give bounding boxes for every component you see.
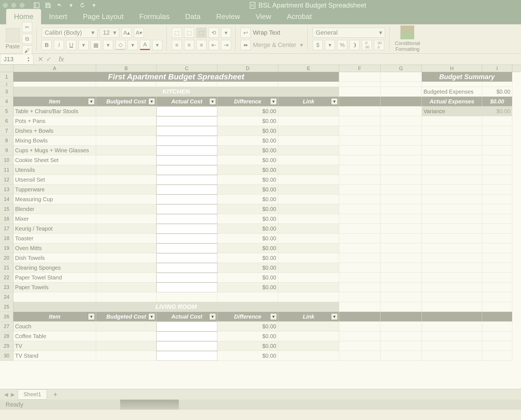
cell[interactable] [422, 165, 482, 175]
budgeted-cost-cell[interactable] [96, 185, 156, 194]
comma-button[interactable]: ❩ [349, 40, 360, 50]
cell[interactable] [482, 312, 512, 322]
row-header-6[interactable]: 6 [0, 116, 13, 126]
cell[interactable] [339, 194, 380, 204]
tab-formulas[interactable]: Formulas [131, 9, 177, 24]
cell[interactable] [422, 136, 482, 146]
tab-acrobat[interactable]: Acrobat [279, 9, 320, 24]
currency-button[interactable]: $ [313, 40, 323, 50]
budgeted-cost-cell[interactable] [96, 214, 156, 224]
minimize-window[interactable] [11, 3, 16, 8]
column-header-C[interactable]: C [156, 65, 217, 72]
cell[interactable] [482, 204, 512, 214]
font-color-dropdown[interactable]: ▾ [152, 40, 162, 50]
row-header-9[interactable]: 9 [0, 146, 13, 155]
row-header-1[interactable]: 1 [0, 72, 13, 82]
link-cell[interactable] [278, 175, 339, 185]
item-cell[interactable]: Mixer [13, 214, 96, 224]
cell[interactable] [96, 292, 156, 302]
tab-review[interactable]: Review [208, 9, 248, 24]
tab-data[interactable]: Data [177, 9, 208, 24]
row-header-11[interactable]: 11 [0, 165, 13, 175]
link-cell[interactable] [278, 224, 339, 234]
row-header-18[interactable]: 18 [0, 234, 13, 243]
cell[interactable] [380, 273, 422, 283]
cell[interactable] [339, 243, 380, 253]
actual-cost-cell[interactable] [156, 263, 217, 273]
difference-cell[interactable]: $0.00 [217, 322, 278, 331]
increase-font-icon[interactable]: A▴ [122, 28, 132, 38]
filter-button[interactable]: ▼ [148, 98, 155, 105]
actual-cost-cell[interactable] [156, 331, 217, 341]
difference-cell[interactable]: $0.00 [217, 224, 278, 234]
item-cell[interactable]: Utensils [13, 165, 96, 175]
item-cell[interactable]: Blender [13, 204, 96, 214]
column-header-F[interactable]: F [339, 65, 380, 72]
row-header-23[interactable]: 23 [0, 283, 13, 292]
column-header-A[interactable]: A [13, 65, 96, 72]
percent-button[interactable]: % [337, 40, 347, 50]
actual-cost-cell[interactable] [156, 185, 217, 194]
row-header-20[interactable]: 20 [0, 253, 13, 263]
filter-button[interactable]: ▼ [209, 98, 216, 105]
item-cell[interactable]: Pots + Pans [13, 116, 96, 126]
cell[interactable] [422, 155, 482, 165]
budgeted-cost-cell[interactable] [96, 224, 156, 234]
tab-insert[interactable]: Insert [41, 9, 75, 24]
underline-button[interactable]: U [66, 40, 76, 50]
actual-cost-cell[interactable] [156, 234, 217, 243]
cell[interactable] [482, 243, 512, 253]
difference-cell[interactable]: $0.00 [217, 146, 278, 155]
actual-cost-cell[interactable] [156, 204, 217, 214]
budgeted-cost-cell[interactable] [96, 331, 156, 341]
budgeted-cost-cell[interactable] [96, 116, 156, 126]
merge-center-button[interactable]: Merge & Center [253, 41, 296, 49]
number-format-dropdown[interactable]: General▾ [313, 28, 385, 38]
filter-button[interactable]: ▼ [88, 98, 95, 105]
cell-r2-7[interactable] [422, 82, 482, 87]
cell[interactable] [339, 106, 380, 116]
sheet-nav-next-icon[interactable]: ▶ [11, 391, 15, 398]
cell-r2-2[interactable] [156, 82, 217, 87]
cell[interactable] [339, 341, 380, 351]
link-cell[interactable] [278, 263, 339, 273]
column-header-E[interactable]: E [278, 65, 339, 72]
item-cell[interactable]: Oven Mitts [13, 243, 96, 253]
cell[interactable] [339, 273, 380, 283]
budgeted-cost-cell[interactable] [96, 263, 156, 273]
cell[interactable] [380, 194, 422, 204]
cell[interactable] [13, 292, 96, 302]
cell[interactable] [339, 126, 380, 136]
difference-cell[interactable]: $0.00 [217, 253, 278, 263]
cell[interactable] [482, 283, 512, 292]
cell[interactable] [380, 126, 422, 136]
filter-button[interactable]: ▼ [88, 313, 95, 320]
actual-cost-cell[interactable] [156, 106, 217, 116]
difference-cell[interactable]: $0.00 [217, 243, 278, 253]
cell[interactable] [482, 175, 512, 185]
cell[interactable] [422, 292, 482, 302]
align-center-icon[interactable]: ≡ [184, 40, 194, 50]
column-header-B[interactable]: B [96, 65, 156, 72]
budgeted-cost-cell[interactable] [96, 253, 156, 263]
italic-button[interactable]: I [54, 40, 64, 50]
actual-cost-cell[interactable] [156, 273, 217, 283]
item-cell[interactable]: Dishes + Bowls [13, 126, 96, 136]
cell[interactable] [380, 97, 422, 106]
actual-cost-cell[interactable] [156, 116, 217, 126]
cell[interactable] [482, 224, 512, 234]
actual-cost-cell[interactable] [156, 341, 217, 351]
align-right-icon[interactable]: ≡ [196, 40, 206, 50]
row-header-24[interactable]: 24 [0, 292, 13, 302]
cut-icon[interactable]: ✂ [22, 22, 32, 32]
actual-cost-cell[interactable] [156, 136, 217, 146]
row-header-2[interactable]: 2 [0, 82, 13, 87]
add-sheet-icon[interactable]: + [50, 390, 61, 399]
difference-cell[interactable]: $0.00 [217, 106, 278, 116]
name-box-stepper[interactable]: ▲▼ [27, 56, 30, 62]
cell[interactable] [380, 136, 422, 146]
cell[interactable] [482, 136, 512, 146]
item-cell[interactable]: TV [13, 341, 96, 351]
row-header-22[interactable]: 22 [0, 273, 13, 283]
cell[interactable] [380, 87, 422, 97]
